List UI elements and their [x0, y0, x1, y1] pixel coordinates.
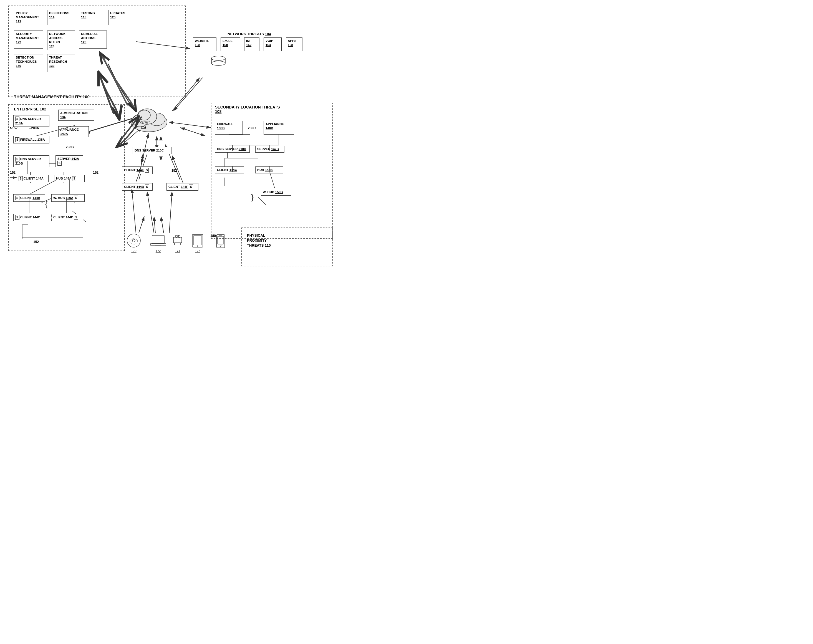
apps-box: APPS168: [286, 37, 302, 51]
curly-brace-150b: }: [251, 193, 254, 202]
remedial-actions-box: REMEDIALACTIONS128: [79, 31, 107, 49]
network-access-ref: 124: [49, 44, 54, 48]
ref-208b: −208B: [64, 145, 74, 149]
s-badge-144a: S: [18, 176, 23, 181]
device-usb-ref: 174: [171, 249, 184, 253]
ref-208a: −208A: [29, 126, 39, 130]
appliance-140a-ref: 140A: [60, 132, 68, 135]
updates-box: UPDATES120: [108, 10, 133, 25]
apps-ref: 168: [288, 43, 293, 47]
svg-line-58: [169, 122, 211, 128]
testing-box: TESTING118: [79, 10, 104, 25]
client-144a-box: SCLIENT 144A: [17, 175, 49, 182]
s-badge-144e: S: [145, 168, 149, 173]
im-ref: 162: [246, 43, 252, 47]
s-badge-142a: S: [57, 161, 61, 166]
im-box: IM162: [244, 37, 259, 51]
updates-ref: 120: [110, 15, 115, 19]
appliance-140a-box: APPLIANCE140A: [58, 126, 89, 137]
device-laptop-ref: 172: [150, 249, 167, 253]
website-box: WEBSITE158: [193, 37, 216, 51]
network-access-rules-box: NETWORKACCESS RULES124: [47, 31, 75, 50]
client-144b-box: SCLIENT 144B: [13, 194, 45, 202]
security-management-box: SECURITYMANAGEMENT122: [14, 31, 43, 49]
svg-rect-50: [193, 236, 202, 245]
svg-line-61: [147, 192, 154, 233]
svg-rect-43: [150, 244, 166, 245]
s-badge-144c: S: [15, 215, 20, 220]
device-tablet-ref: 178: [190, 249, 206, 253]
client-144g-box: CLIENT 144G: [215, 167, 244, 173]
voip-box: VOIP164: [264, 37, 282, 51]
client-144c-box: SCLIENT 144C: [13, 214, 45, 221]
svg-line-62: [169, 192, 172, 233]
threat-management-facility-label: THREAT MANAGEMENT FACILITY 100: [14, 94, 90, 99]
device-phone: [214, 233, 227, 251]
s-badge-144d-c: S: [145, 184, 149, 189]
svg-rect-53: [218, 236, 224, 244]
hub-148b-box: HUB 148B: [255, 167, 283, 173]
svg-text:Internet: Internet: [137, 120, 150, 124]
svg-point-36: [138, 110, 150, 120]
svg-point-51: [197, 245, 198, 247]
device-tablet: 178: [190, 233, 206, 253]
definitions-box: DEFINITIONS114: [47, 10, 75, 25]
hub-148a-box: HUB 148A S: [54, 175, 84, 182]
email-ref: 160: [222, 43, 228, 47]
s-badge-144b: S: [15, 196, 20, 200]
ref-152-right: 152: [172, 169, 177, 173]
dns-server-210b-box: SDNS SERVER 210B: [13, 155, 49, 167]
threat-research-ref: 132: [49, 64, 54, 67]
network-threats-label: NETWORK THREATS 104: [227, 32, 271, 36]
device-usb: 174: [171, 233, 184, 253]
appliance-140b-ref: 140B: [265, 127, 273, 130]
client-144d-dashed-box: CLIENT 144D S: [51, 214, 83, 221]
s-badge-144d-dash: S: [74, 215, 78, 220]
device-cd-ref: 170: [126, 249, 141, 253]
s-badge-148a: S: [72, 176, 76, 181]
svg-line-4: [180, 128, 206, 136]
svg-point-31: [212, 61, 225, 66]
testing-ref: 118: [81, 15, 86, 19]
website-ref: 158: [195, 43, 200, 47]
ref-152b: 152: [10, 171, 15, 175]
ref-152c: 152: [33, 240, 39, 244]
policy-mgmt-ref: 112: [16, 20, 21, 23]
svg-line-25: [139, 216, 144, 233]
administration-box: ADMINISTRATION134: [58, 110, 94, 121]
svg-rect-45: [173, 237, 182, 243]
firewall-138a-box: SFIREWALL 138A: [13, 136, 49, 143]
main-diagram: THREAT MANAGEMENT FACILITY 100 POLICYMAN…: [0, 0, 339, 272]
s-badge-150a: S: [74, 196, 78, 200]
svg-rect-48: [175, 243, 181, 245]
device-laptop: 172: [150, 233, 167, 253]
secondary-location-label: SECONDARY LOCATION THREATS108: [215, 105, 280, 114]
w-hub-150a-box: W. HUB 150A S: [51, 194, 84, 202]
device-cd: 170: [126, 233, 141, 253]
svg-text:154: 154: [141, 125, 146, 129]
ref-152a: >152: [10, 126, 17, 130]
svg-rect-49: [192, 235, 203, 247]
physical-proximity-label: PHYSICALPROXIMITYTHREATS 110: [247, 233, 271, 248]
remedial-actions-ref: 128: [81, 40, 86, 44]
voip-ref: 164: [265, 43, 271, 47]
appliance-140b-box: APPLIANCE140B: [264, 121, 294, 135]
firewall-138b-ref: 138B: [217, 127, 225, 130]
svg-point-40: [132, 239, 135, 242]
threat-research-box: THREATRESEARCH132: [47, 54, 75, 72]
curly-brace-150a: }: [45, 200, 48, 209]
server-142a-box: SERVER 142A S: [55, 155, 83, 167]
ref-208c: 208C: [248, 126, 256, 130]
client-144e-box: CLIENT 144E S: [122, 167, 153, 174]
detection-tech-ref: 130: [16, 64, 21, 67]
svg-line-26: [154, 216, 155, 233]
svg-line-60: [132, 189, 136, 233]
database-icon: [211, 55, 226, 67]
firewall-138b-box: FIREWALL138B: [215, 121, 243, 135]
client-144f-box: CLIENT 144F S: [167, 183, 198, 191]
definitions-ref: 114: [49, 15, 54, 19]
dns-server-210d-box: DNS SERVER 210D: [215, 146, 250, 153]
internet-cloud: Internet 154: [129, 103, 169, 134]
admin-ref: 134: [60, 115, 66, 119]
svg-rect-42: [152, 235, 164, 244]
